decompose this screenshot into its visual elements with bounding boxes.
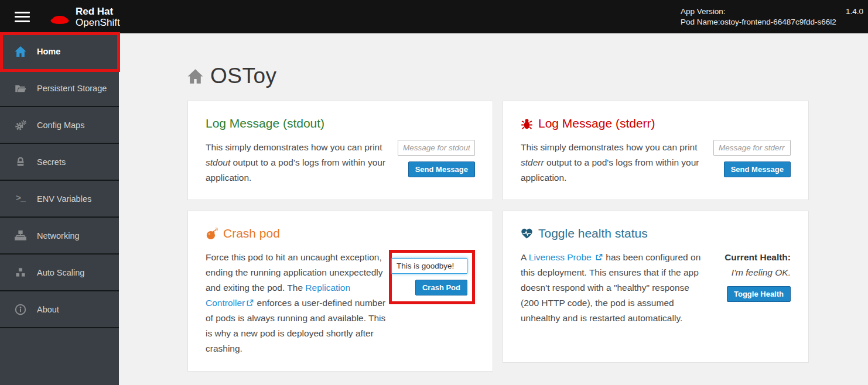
brand-line2: OpenShift: [76, 17, 120, 28]
card-grid: Log Message (stdout) This simply demonst…: [187, 101, 809, 372]
sidebar-item-label: Networking: [37, 231, 80, 240]
top-header-bar: Red Hat OpenShift App Version: 1.4.0 Pod…: [0, 0, 868, 33]
app-version-value: 1.4.0: [846, 6, 863, 17]
sidebar-item-persistent-storage[interactable]: Persistent Storage: [0, 70, 119, 107]
terminal-icon: >_: [14, 192, 27, 205]
app-version-label: App Version:: [681, 6, 726, 17]
sidebar-item-secrets[interactable]: Secrets: [0, 144, 119, 181]
card-toggle-health: Toggle health status A Liveness Probe ha…: [503, 211, 809, 363]
card-stderr-heading: Log Message (stderr): [521, 116, 791, 130]
pod-name-value: ostoy-frontend-66487c9fdd-s66l2: [720, 17, 836, 28]
sidebar-item-env-variables[interactable]: >_ ENV Variables: [0, 181, 119, 218]
card-crash-pod: Crash pod Force this pod to hit an uncau…: [187, 211, 493, 372]
sidebar-item-label: Auto Scaling: [37, 268, 84, 277]
sidebar-item-label: ENV Variables: [37, 194, 91, 204]
bug-icon: [521, 118, 533, 130]
current-health-value: I'm feeling OK.: [732, 265, 791, 280]
heartbeat-icon: [521, 228, 533, 240]
folder-open-icon: [14, 82, 27, 95]
info-circle-icon: [14, 303, 27, 316]
annotation-box-crash: Crash Pod: [389, 250, 475, 304]
sidebar-item-home[interactable]: Home: [0, 33, 119, 70]
external-link-icon: [595, 253, 603, 261]
sidebar-item-auto-scaling[interactable]: Auto Scaling: [0, 255, 119, 291]
redhat-fedora-icon: [49, 6, 71, 28]
crash-pod-button[interactable]: Crash Pod: [415, 280, 467, 295]
sidebar-nav: Home Persistent Storage Config Maps: [0, 33, 119, 385]
stdout-message-input[interactable]: [398, 140, 475, 156]
header-info-block: App Version: 1.4.0 Pod Name: ostoy-front…: [681, 6, 863, 28]
pod-name-label: Pod Name:: [681, 17, 720, 28]
card-crash-text: Force this pod to hit an uncaught except…: [206, 250, 389, 356]
cogs-icon: [14, 119, 27, 132]
card-log-stdout: Log Message (stdout) This simply demonst…: [187, 101, 493, 200]
hamburger-menu-icon[interactable]: [15, 12, 30, 22]
sidebar-item-label: About: [37, 305, 59, 314]
card-stderr-text: This simply demonstrates how you can pri…: [521, 140, 709, 185]
ostoy-app: Red Hat OpenShift App Version: 1.4.0 Pod…: [0, 0, 868, 385]
redhat-openshift-logo: Red Hat OpenShift: [49, 6, 120, 28]
stderr-message-input[interactable]: [713, 140, 791, 156]
card-health-heading: Toggle health status: [521, 226, 791, 240]
sidebar-item-label: Persistent Storage: [37, 84, 107, 93]
sidebar-item-label: Config Maps: [37, 121, 84, 130]
liveness-probe-link[interactable]: Liveness Probe: [529, 252, 592, 262]
page-title: OSToy: [187, 64, 868, 88]
card-health-text: A Liveness Probe has been configured on …: [521, 250, 709, 326]
sidebar-item-label: Home: [37, 47, 60, 56]
external-link-icon: [246, 299, 254, 307]
send-message-stdout-button[interactable]: Send Message: [408, 161, 475, 177]
card-crash-heading: Crash pod: [206, 226, 475, 240]
home-icon: [14, 45, 27, 58]
crash-message-input[interactable]: [391, 258, 467, 274]
app-title: OSToy: [210, 64, 277, 88]
card-log-stderr: Log Message (stderr) This simply demonst…: [503, 101, 809, 200]
toggle-health-button[interactable]: Toggle Health: [727, 286, 791, 302]
main-content: OSToy Log Message (stdout) This simply d…: [119, 33, 868, 385]
lock-icon: [14, 156, 27, 169]
card-stdout-text: This simply demonstrates how you can pri…: [206, 140, 394, 185]
bomb-icon: [206, 228, 218, 240]
sidebar-item-config-maps[interactable]: Config Maps: [0, 107, 119, 144]
home-title-icon: [187, 68, 203, 84]
sidebar-item-about[interactable]: About: [0, 291, 119, 328]
card-stdout-heading: Log Message (stdout): [206, 116, 475, 130]
brand-line1: Red Hat: [76, 6, 120, 17]
sitemap-icon: [14, 229, 27, 242]
sidebar-item-networking[interactable]: Networking: [0, 218, 119, 255]
send-message-stderr-button[interactable]: Send Message: [724, 161, 791, 177]
sidebar-item-label: Secrets: [37, 157, 66, 167]
current-health-label: Current Health:: [725, 250, 791, 265]
cubes-icon: [14, 266, 27, 279]
